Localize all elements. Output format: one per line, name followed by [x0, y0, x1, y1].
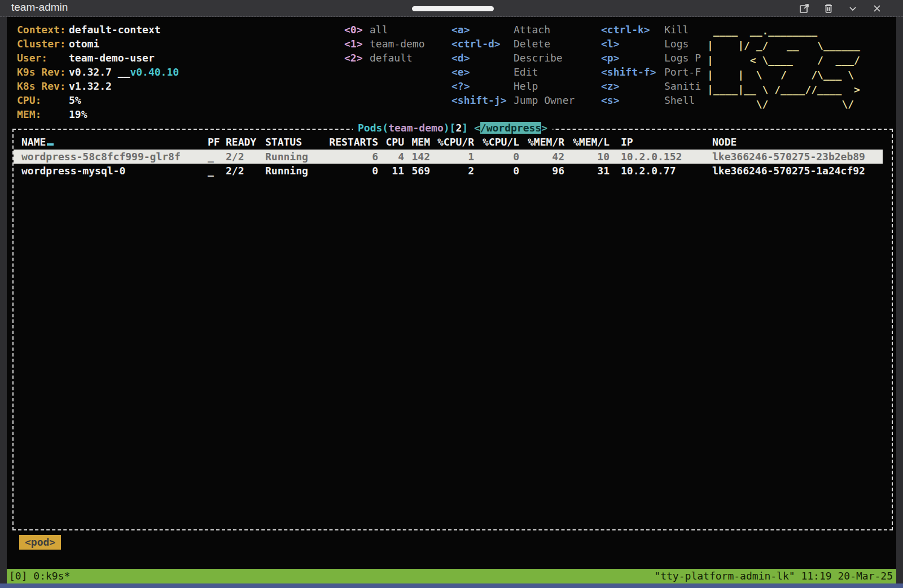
window-controls — [799, 3, 883, 14]
pods-panel-title: Pods(team-demo)[2] </wordpress> — [353, 122, 553, 134]
col-header-cpu-l[interactable]: %CPU/L — [474, 135, 519, 150]
col-header-name[interactable]: NAME — [21, 135, 208, 150]
window-titlebar: team-admin — [0, 0, 903, 17]
menu-item-describe[interactable]: <d>Describe — [451, 51, 575, 65]
sort-indicator-icon — [47, 143, 54, 146]
col-header-ready[interactable]: READY — [226, 135, 265, 150]
info-mem: MEM:19% — [17, 107, 179, 121]
window-bottom-edge — [0, 583, 903, 588]
info-cluster: Cluster:otomi — [17, 37, 179, 51]
info-k9s-rev: K9s Rev:v0.32.7 __v0.40.10 — [17, 65, 179, 79]
menu-item-logs[interactable]: <l>Logs — [601, 37, 701, 51]
namespace-shortcuts: <0>all <1>team-demo <2>default — [344, 23, 425, 65]
namespace-item-team-demo[interactable]: <1>team-demo — [344, 37, 425, 51]
table-row-wordpress-mysql[interactable]: wordpress-mysql-0 _ 2/2 Running 0 11 569… — [14, 164, 883, 178]
info-context: Context:default-context — [17, 23, 179, 37]
menu-item-help[interactable]: <?>Help — [451, 79, 575, 93]
pods-panel: Pods(team-demo)[2] </wordpress> NAME PF … — [12, 129, 893, 530]
col-header-cpu[interactable]: CPU — [378, 135, 404, 150]
menu-item-delete[interactable]: <ctrl-d>Delete — [451, 37, 575, 51]
table-header-row: NAME PF READY STATUS RESTARTS CPU MEM %C… — [14, 135, 883, 150]
menu-item-sanitize[interactable]: <z>Saniti — [601, 79, 701, 93]
menu-item-shell[interactable]: <s>Shell — [601, 93, 701, 107]
menu-item-kill[interactable]: <ctrl-k>Kill — [601, 23, 701, 37]
menu-item-port-forward[interactable]: <shift-f>Port-F — [601, 65, 701, 79]
info-user: User:team-demo-user — [17, 51, 179, 65]
col-header-mem[interactable]: MEM — [404, 135, 430, 150]
menu-item-logs-previous[interactable]: <p>Logs P — [601, 51, 701, 65]
menu-item-jump-owner[interactable]: <shift-j>Jump Owner — [451, 93, 575, 107]
tmux-statusbar: [0] 0:k9s* "tty-platform-admin-lk" 11:19… — [7, 569, 896, 583]
window-title: team-admin — [11, 1, 68, 14]
menu-item-attach[interactable]: <a>Attach — [451, 23, 575, 37]
trash-icon[interactable] — [823, 3, 834, 14]
breadcrumb-pod[interactable]: <pod> — [19, 535, 61, 550]
col-header-pf[interactable]: PF — [208, 135, 226, 150]
namespace-item-default[interactable]: <2>default — [344, 51, 425, 65]
cluster-info: Context:default-context Cluster:otomi Us… — [17, 23, 179, 121]
info-cpu: CPU:5% — [17, 93, 179, 107]
col-header-restarts[interactable]: RESTARTS — [324, 135, 378, 150]
table-row-wordpress[interactable]: wordpress-58c8fcf999-glr8f _ 2/2 Running… — [14, 150, 883, 164]
namespace-item-all[interactable]: <0>all — [344, 23, 425, 37]
col-header-status[interactable]: STATUS — [265, 135, 324, 150]
command-menu-1: <a>Attach <ctrl-d>Delete <d>Describe <e>… — [451, 23, 575, 107]
pods-table: NAME PF READY STATUS RESTARTS CPU MEM %C… — [14, 135, 892, 178]
tmux-session-window[interactable]: [0] 0:k9s* — [9, 569, 70, 583]
tab-drag-handle[interactable] — [412, 6, 494, 11]
menu-item-edit[interactable]: <e>Edit — [451, 65, 575, 79]
filter-close-bracket: > — [541, 122, 547, 134]
filter-badge: /wordpress — [480, 122, 541, 134]
col-header-node[interactable]: NODE — [701, 135, 883, 150]
k9s-terminal-window: team-admin Context:default-context Clust… — [0, 0, 903, 588]
tmux-host-clock: "tty-platform-admin-lk" 11:19 20-Mar-25 — [654, 569, 893, 583]
col-header-mem-r[interactable]: %MEM/R — [519, 135, 564, 150]
chevron-down-icon[interactable] — [847, 3, 858, 14]
close-icon[interactable] — [871, 3, 883, 14]
terminal-content: Context:default-context Cluster:otomi Us… — [7, 17, 896, 583]
open-in-new-icon[interactable] — [799, 3, 810, 14]
col-header-mem-l[interactable]: %MEM/L — [564, 135, 610, 150]
col-header-ip[interactable]: IP — [610, 135, 701, 150]
filter-open-bracket: < — [474, 122, 480, 134]
k9s-logo: ____ __.________ | |/ _/ __ \______ | < … — [707, 24, 860, 112]
command-menu-2: <ctrl-k>Kill <l>Logs <p>Logs P <shift-f>… — [601, 23, 701, 107]
info-k8s-rev: K8s Rev:v1.32.2 — [17, 79, 179, 93]
col-header-cpu-r[interactable]: %CPU/R — [430, 135, 474, 150]
